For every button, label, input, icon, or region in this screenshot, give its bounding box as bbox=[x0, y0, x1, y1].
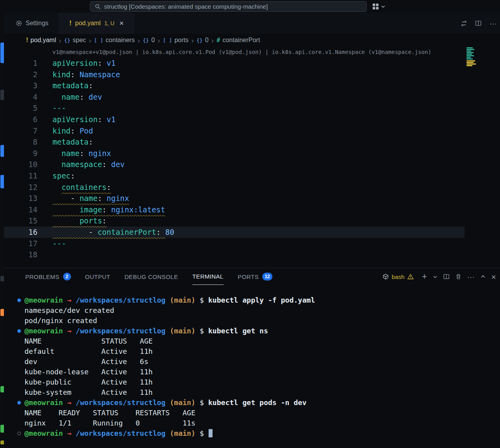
editor-line[interactable]: 8metadata: bbox=[4, 136, 465, 148]
editor-line[interactable]: 10 namespace: dev bbox=[4, 159, 465, 170]
panel-tab-terminal[interactable]: TERMINAL bbox=[192, 268, 224, 285]
editor-line[interactable]: 3metadata: bbox=[4, 80, 465, 91]
terminal[interactable]: @meowrain → /workspaces/structlog (main)… bbox=[4, 285, 500, 448]
new-terminal-icon[interactable]: + bbox=[422, 272, 427, 281]
tab-label: pod.yaml bbox=[75, 20, 101, 27]
line-number: 2 bbox=[4, 69, 37, 80]
minimap-line bbox=[466, 65, 472, 66]
activity-bar-edge bbox=[0, 13, 4, 448]
command-decoration[interactable] bbox=[17, 299, 21, 302]
activity-fragment bbox=[0, 175, 4, 188]
object-icon: {} bbox=[64, 37, 71, 43]
chevron-right-icon: › bbox=[59, 37, 61, 44]
editor-line[interactable]: 16 - containerPort: 80 bbox=[4, 227, 465, 238]
activity-fragment bbox=[0, 145, 4, 157]
tab-pod-yaml[interactable]: !pod.yaml1, U× bbox=[59, 13, 134, 34]
close-panel-icon[interactable]: × bbox=[491, 273, 496, 281]
line-content: kind: Namespace bbox=[37, 69, 120, 80]
breadcrumb-item[interactable]: [ ]containers bbox=[94, 37, 134, 44]
panel-tab-problems[interactable]: PROBLEMS2 bbox=[25, 268, 71, 285]
warning-icon: ! bbox=[69, 19, 72, 27]
breadcrumb-item[interactable]: {}0 bbox=[196, 37, 209, 44]
codespaces-icon bbox=[372, 3, 379, 10]
line-content: --- bbox=[37, 102, 66, 114]
breadcrumb-item[interactable]: {}spec bbox=[64, 37, 86, 44]
command-decoration[interactable] bbox=[17, 432, 21, 435]
maximize-panel-icon[interactable] bbox=[481, 274, 485, 279]
line-content: spec: bbox=[37, 170, 75, 182]
breadcrumb-item[interactable]: [ ]ports bbox=[163, 37, 188, 44]
terminal-line: @meowrain → /workspaces/structlog (main)… bbox=[4, 326, 500, 336]
search-icon bbox=[95, 4, 101, 9]
close-icon[interactable]: × bbox=[119, 19, 124, 28]
chevron-right-icon: › bbox=[138, 37, 140, 44]
line-number: 16 bbox=[4, 227, 37, 238]
array-icon: [ ] bbox=[163, 37, 172, 43]
kill-terminal-icon[interactable] bbox=[455, 273, 461, 280]
command-decoration[interactable] bbox=[17, 329, 21, 333]
editor-line[interactable]: 4 name: dev bbox=[4, 91, 465, 103]
line-number: 3 bbox=[4, 80, 37, 91]
terminal-line: NAME STATUS AGE bbox=[4, 336, 500, 346]
editor-line[interactable]: 9 name: nginx bbox=[4, 148, 465, 159]
editor-line[interactable]: 11spec: bbox=[4, 170, 465, 182]
object-icon: {} bbox=[143, 37, 149, 43]
breadcrumb-label: containers bbox=[106, 37, 135, 44]
codespaces-remote-indicator[interactable] bbox=[372, 2, 385, 11]
terminal-profile[interactable]: bash bbox=[382, 273, 414, 280]
editor-line[interactable]: 13 - name: nginx bbox=[4, 193, 465, 204]
editor-line[interactable]: 6apiVersion: v1 bbox=[4, 114, 465, 125]
minimap[interactable] bbox=[466, 47, 480, 68]
line-content: apiVersion: v1 bbox=[37, 58, 116, 69]
split-terminal-icon[interactable] bbox=[443, 273, 450, 280]
line-number: 17 bbox=[4, 238, 37, 249]
editor-line[interactable]: 14 image: nginx:latest bbox=[4, 204, 465, 216]
line-number: 13 bbox=[4, 193, 37, 204]
line-number: 1 bbox=[4, 58, 37, 69]
activity-fragment bbox=[0, 90, 4, 100]
open-changes-icon[interactable] bbox=[461, 20, 467, 27]
terminal-dropdown-icon[interactable] bbox=[433, 275, 437, 279]
tab-settings[interactable]: Settings bbox=[6, 13, 59, 34]
line-number: 18 bbox=[4, 249, 37, 260]
line-number: 12 bbox=[4, 182, 37, 193]
panel-tab-ports[interactable]: PORTS12 bbox=[238, 268, 272, 285]
line-number: 11 bbox=[4, 170, 37, 182]
line-number: 7 bbox=[4, 125, 37, 137]
panel-tab-output[interactable]: OUTPUT bbox=[85, 268, 110, 285]
editor-line[interactable]: 2kind: Namespace bbox=[4, 69, 465, 80]
array-icon: [ ] bbox=[94, 37, 103, 43]
breadcrumbs: !pod.yaml›{}spec›[ ]containers›{}0›[ ]po… bbox=[4, 34, 476, 46]
chevron-right-icon: › bbox=[191, 37, 194, 44]
editor-line[interactable]: 12 containers: bbox=[4, 182, 465, 193]
editor-line[interactable]: 7kind: Pod bbox=[4, 125, 465, 137]
split-editor-icon[interactable] bbox=[475, 20, 481, 26]
panel-tab-debug-console[interactable]: DEBUG CONSOLE bbox=[125, 268, 178, 285]
line-content: containers: bbox=[37, 182, 111, 193]
editor-line[interactable]: 17--- bbox=[4, 238, 465, 249]
editor-tabs: Settings!pod.yaml1, U× bbox=[4, 13, 134, 34]
more-actions-icon[interactable]: ··· bbox=[489, 20, 497, 27]
activity-fragment bbox=[0, 441, 4, 444]
terminal-line: NAME READY STATUS RESTARTS AGE bbox=[4, 408, 500, 418]
terminal-line: default Active 11h bbox=[4, 346, 500, 357]
minimap-line bbox=[466, 63, 476, 65]
breadcrumb-item[interactable]: !pod.yaml bbox=[26, 37, 56, 44]
panel-more-icon[interactable]: ··· bbox=[467, 273, 475, 281]
line-content bbox=[37, 249, 52, 260]
editor-line[interactable]: 1apiVersion: v1 bbox=[4, 58, 465, 69]
editor-line[interactable]: 15 ports: bbox=[4, 215, 465, 227]
object-icon: {} bbox=[196, 37, 203, 43]
chevron-right-icon: › bbox=[158, 37, 160, 44]
editor-line[interactable]: 18 bbox=[4, 249, 465, 260]
terminal-line: @meowrain → /workspaces/structlog (main)… bbox=[4, 295, 500, 305]
line-content: - name: nginx bbox=[37, 193, 129, 204]
breadcrumb-item[interactable]: {}0 bbox=[143, 37, 155, 44]
editor-line[interactable]: 5--- bbox=[4, 102, 465, 114]
command-decoration[interactable] bbox=[17, 401, 21, 405]
line-content: kind: Pod bbox=[37, 125, 93, 137]
command-center-search[interactable]: structlog [Codespaces: animated space co… bbox=[90, 1, 367, 12]
breadcrumb-item[interactable]: #containerPort bbox=[216, 37, 260, 44]
breadcrumb-label: 0 bbox=[151, 37, 155, 44]
minimap-line bbox=[466, 57, 471, 58]
